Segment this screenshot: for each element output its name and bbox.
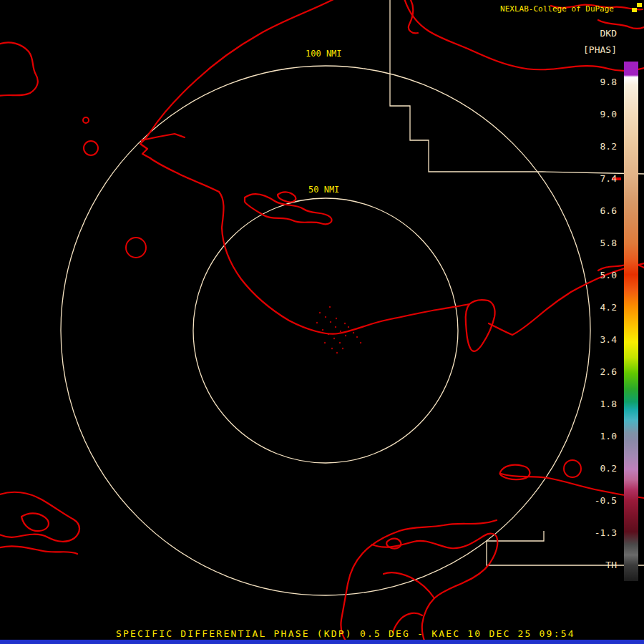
colorbar-tick: -0.5: [595, 495, 617, 506]
colorbar-tick: 1.8: [600, 399, 617, 409]
map-layer: [0, 0, 644, 644]
bottom-status-bar: [0, 640, 644, 644]
colorbar-tick: TH: [605, 560, 617, 570]
product-caption: SPECIFIC DIFFERENTIAL PHASE (KDP) 0.5 DE…: [116, 628, 575, 639]
colorbar-tick: 4.2: [600, 302, 617, 313]
product-units: [PHAS]: [583, 44, 617, 55]
map-outlines: [0, 0, 644, 643]
colorbar-tick: 8.2: [600, 141, 617, 152]
range-ring-label-100nmi: 100 NMI: [303, 49, 344, 59]
colorbar-tick: -1.3: [595, 527, 617, 538]
colorbar-tick: 1.0: [600, 431, 617, 441]
colorbar-tick: 7.4: [600, 173, 617, 184]
colorbar: [624, 62, 638, 581]
colorbar-tick: 0.2: [600, 463, 617, 474]
colorbar-tick: 5.8: [600, 238, 617, 248]
colorbar-tick: 3.4: [600, 334, 617, 345]
product-code: DKD: [600, 28, 617, 39]
range-ring-label-50nmi: 50 NMI: [306, 185, 341, 195]
colorbar-tick: 2.6: [600, 366, 617, 377]
colorbar-tick: 6.6: [600, 205, 617, 216]
colorbar-tick: 9.0: [600, 109, 617, 119]
cod-logo-icon: [632, 3, 642, 12]
colorbar-tick: 5.0: [600, 270, 617, 280]
site-title: NEXLAB-College of DuPage: [500, 4, 614, 14]
range-rings: [61, 66, 590, 595]
radar-display: 100 NMI 50 NMI NEXLAB-College of DuPage …: [0, 0, 644, 644]
colorbar-tick: 9.8: [600, 77, 617, 87]
